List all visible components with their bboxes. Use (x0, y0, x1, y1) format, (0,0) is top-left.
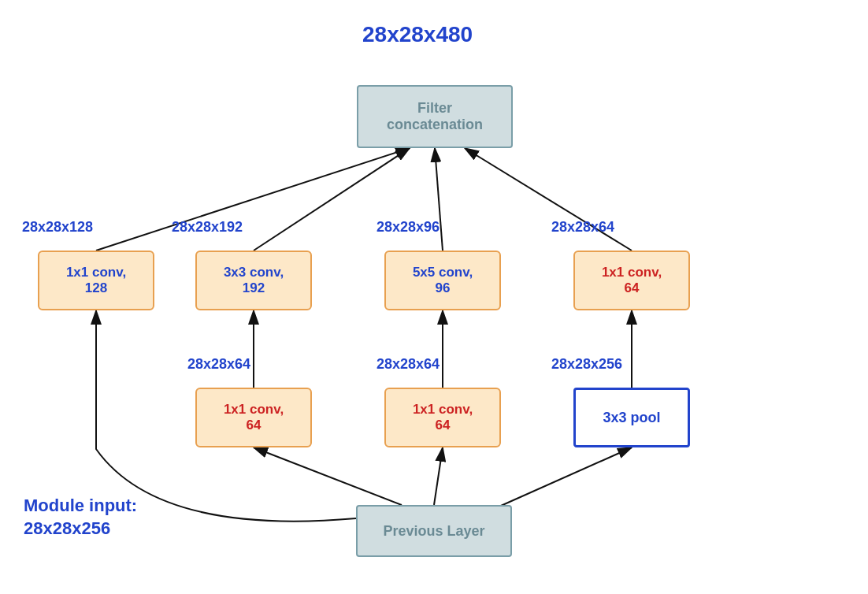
module-input-line2: 28x28x256 (24, 518, 110, 538)
svg-line-6 (434, 447, 443, 505)
filter-concat-label: Filterconcatenation (387, 100, 483, 133)
conv1x1-64-right-line2: 64 (625, 280, 640, 296)
dim-28x28x256: 28x28x256 (551, 356, 622, 373)
conv5x5-96-line1: 5x5 conv, (413, 265, 473, 280)
conv1x1-64-mid2-line2: 64 (436, 418, 451, 433)
dim-28x28x192: 28x28x192 (172, 219, 243, 236)
conv1x1-64-right-box: 1x1 conv, 64 (573, 251, 690, 310)
prev-layer-box: Previous Layer (356, 505, 512, 557)
conv3x3-192-line1: 3x3 conv, (224, 265, 284, 280)
module-input-line1: Module input: (24, 496, 137, 515)
conv1x1-64-mid1-box: 1x1 conv, 64 (195, 388, 312, 447)
conv1x1-64-mid1-line1: 1x1 conv, (224, 402, 284, 418)
svg-line-1 (96, 148, 410, 251)
filter-concat-box: Filterconcatenation (357, 85, 513, 148)
dim-28x28x64b: 28x28x64 (377, 356, 440, 373)
conv3x3-192-line2: 192 (243, 280, 265, 296)
conv1x1-128-line2: 128 (85, 280, 107, 296)
conv1x1-64-mid1-line2: 64 (247, 418, 262, 433)
diagram: 28x28x480 Filterconcatenation 28x28x128 … (0, 0, 868, 594)
conv1x1-128-box: 1x1 conv, 128 (38, 251, 154, 310)
pool3x3-box: 3x3 pool (573, 388, 690, 447)
conv5x5-96-line2: 96 (436, 280, 451, 296)
dim-top: 28x28x480 (362, 22, 473, 47)
dim-28x28x128: 28x28x128 (22, 219, 93, 236)
conv1x1-64-right-line1: 1x1 conv, (602, 265, 662, 280)
conv3x3-192-box: 3x3 conv, 192 (195, 251, 312, 310)
prev-layer-label: Previous Layer (383, 523, 484, 540)
module-input-label: Module input: 28x28x256 (24, 495, 137, 540)
dim-28x28x64-top: 28x28x64 (551, 219, 614, 236)
conv1x1-128-line1: 1x1 conv, (66, 265, 126, 280)
dim-28x28x96: 28x28x96 (377, 219, 440, 236)
conv1x1-64-mid2-line1: 1x1 conv, (413, 402, 473, 418)
conv5x5-96-box: 5x5 conv, 96 (384, 251, 501, 310)
svg-line-5 (254, 447, 402, 505)
dim-28x28x64a: 28x28x64 (187, 356, 250, 373)
pool3x3-label: 3x3 pool (603, 410, 660, 426)
conv1x1-64-mid2-box: 1x1 conv, 64 (384, 388, 501, 447)
